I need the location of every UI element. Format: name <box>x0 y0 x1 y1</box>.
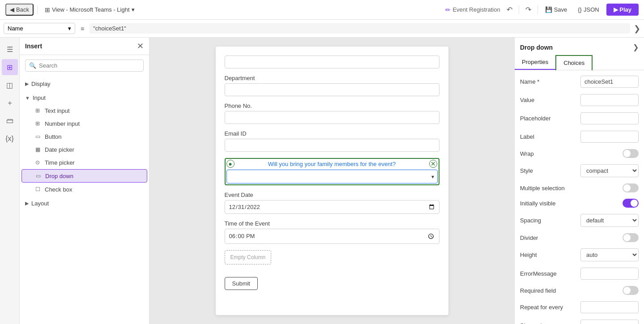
nav-menu-icon[interactable]: ☰ <box>2 41 18 57</box>
tab-choices-label: Choices <box>563 60 584 66</box>
sidebar-item-number-input[interactable]: ⊞ Number input <box>21 117 147 130</box>
prop-initially-visible-toggle-wrap <box>623 199 639 208</box>
prop-name-row: Name * <box>520 76 639 88</box>
prop-initially-visible-toggle[interactable] <box>623 199 639 208</box>
topbar-divider-3 <box>537 5 538 14</box>
prop-spacing-select[interactable]: default none small <box>580 214 639 227</box>
prop-value-input[interactable] <box>580 94 639 106</box>
nav-data-icon[interactable]: 🗃 <box>2 113 18 129</box>
back-button[interactable]: ◀ Back <box>5 4 34 16</box>
prop-height-select[interactable]: auto stretch <box>580 248 639 261</box>
prop-required-field-slider <box>623 286 639 295</box>
sidebar-item-time-picker[interactable]: ⊙ Time picker <box>21 156 147 169</box>
dropdown-select[interactable] <box>226 170 438 183</box>
prop-divider-toggle-wrap <box>623 233 639 242</box>
prop-value-row: Value <box>520 94 639 106</box>
prop-required-field-toggle[interactable] <box>623 286 639 295</box>
main-layout: ☰ ⊞ ◫ ＋ 🗃 {x} Insert ✕ 🔍 ▶ Display <box>0 38 644 324</box>
right-panel-expand-button[interactable]: ❯ <box>633 43 639 51</box>
sidebar-item-button[interactable]: ▭ Button <box>21 130 147 143</box>
sidebar-group-input-header[interactable]: ▼ Input <box>20 92 149 104</box>
text-input-label: Text input <box>45 107 70 114</box>
save-icon: 💾 <box>545 6 552 13</box>
prop-name-input[interactable] <box>580 76 639 88</box>
sidebar-item-check-box[interactable]: ☐ Check box <box>21 183 147 196</box>
tab-choices[interactable]: Choices <box>555 55 593 70</box>
email-input[interactable] <box>225 139 439 152</box>
time-picker-label: Time picker <box>45 159 75 166</box>
sidebar-item-text-input[interactable]: ⊞ Text input <box>21 104 147 117</box>
submit-button[interactable]: Submit <box>225 277 258 290</box>
layout-chevron-icon: ▶ <box>25 200 29 206</box>
button-label: Button <box>45 133 62 140</box>
right-panel-content: Name * Value Placeholder Label Wrap <box>515 70 644 324</box>
prop-show-when-label: Show when <box>520 322 569 324</box>
search-input[interactable] <box>39 62 140 69</box>
prop-wrap-toggle[interactable] <box>623 149 639 158</box>
dropdown-close-handle[interactable]: ✕ <box>429 160 437 168</box>
prop-placeholder-input[interactable] <box>580 112 639 124</box>
right-tabs: Properties Choices <box>515 55 644 70</box>
prop-divider-row: Divider <box>520 233 639 242</box>
search-icon: 🔍 <box>29 62 36 69</box>
input-chevron-icon: ▼ <box>25 95 30 101</box>
nav-add-icon[interactable]: ＋ <box>2 95 18 111</box>
prop-wrap-label: Wrap <box>520 150 569 157</box>
undo-button[interactable]: ↶ <box>504 4 515 16</box>
pencil-icon: ✏ <box>445 6 451 13</box>
tab-properties[interactable]: Properties <box>515 55 555 70</box>
display-group-label: Display <box>31 81 51 87</box>
sidebar-group-layout-header[interactable]: ▶ Layout <box>20 197 149 209</box>
time-label: Time of the Event <box>225 220 439 227</box>
name-input[interactable] <box>225 55 439 68</box>
save-button[interactable]: 💾 Save <box>542 4 571 15</box>
sidebar-group-display-header[interactable]: ▶ Display <box>20 78 149 90</box>
name-select-dropdown[interactable]: Name ▾ <box>4 23 75 34</box>
prop-divider-toggle[interactable] <box>623 233 639 242</box>
play-button[interactable]: ▶ Play <box>606 4 639 16</box>
choiceset-value: "choiceSet1" <box>90 23 630 34</box>
name-select-chevron-icon: ▾ <box>68 25 71 32</box>
prop-multiple-selection-slider <box>623 183 639 192</box>
prop-repeat-input[interactable] <box>580 301 639 313</box>
prop-wrap-row: Wrap <box>520 149 639 158</box>
department-input[interactable] <box>225 83 439 96</box>
prop-error-message-input[interactable] <box>580 268 639 280</box>
equals-icon: ≡ <box>79 25 86 32</box>
prop-multiple-selection-toggle[interactable] <box>623 183 639 192</box>
prop-style-select[interactable]: compact expanded <box>580 164 639 177</box>
sidebar-header: Insert ✕ <box>20 38 149 55</box>
prop-repeat-row: Repeat for every <box>520 301 639 313</box>
sidebar-item-date-picker[interactable]: ▦ Date picker <box>21 143 147 156</box>
sidebar-item-drop-down[interactable]: ▭ Drop down <box>21 169 147 183</box>
topbar-divider <box>37 5 38 14</box>
dropdown-question-text: Will you bring your family members for t… <box>268 161 396 167</box>
json-label: JSON <box>584 6 599 13</box>
empty-column[interactable]: Empty Column <box>225 250 272 264</box>
topbar-divider-2 <box>519 5 519 14</box>
phone-input[interactable] <box>225 111 439 124</box>
prop-show-when-input[interactable] <box>580 320 639 324</box>
time-input[interactable] <box>225 229 439 244</box>
nav-code-icon[interactable]: {x} <box>2 131 18 147</box>
teams-icon: ⊞ <box>45 6 50 13</box>
view-selector[interactable]: ⊞ View - Microsoft Teams - Light ▾ <box>41 4 138 15</box>
nav-insert-icon[interactable]: ⊞ <box>2 59 18 75</box>
prop-required-field-row: Required field <box>520 286 639 295</box>
redo-button[interactable]: ↷ <box>523 4 534 16</box>
nav-components-icon[interactable]: ◫ <box>2 77 18 93</box>
prop-height-label: Height <box>520 252 569 258</box>
expand-button[interactable]: ❯ <box>634 24 640 34</box>
right-panel: Drop down ❯ Properties Choices Name * Va… <box>514 38 644 324</box>
back-arrow-icon: ◀ <box>10 6 14 13</box>
search-box[interactable]: 🔍 <box>25 60 144 72</box>
event-date-input[interactable] <box>225 200 439 214</box>
prop-placeholder-label: Placeholder <box>520 115 569 122</box>
prop-label-input[interactable] <box>580 131 639 143</box>
json-button[interactable]: {} JSON <box>574 4 602 15</box>
prop-initially-visible-slider <box>623 199 639 208</box>
dropdown-left-handle[interactable]: ● <box>226 160 235 168</box>
prop-wrap-toggle-wrap <box>623 149 639 158</box>
sidebar-close-button[interactable]: ✕ <box>137 42 144 50</box>
prop-multiple-selection-row: Multiple selection <box>520 183 639 192</box>
